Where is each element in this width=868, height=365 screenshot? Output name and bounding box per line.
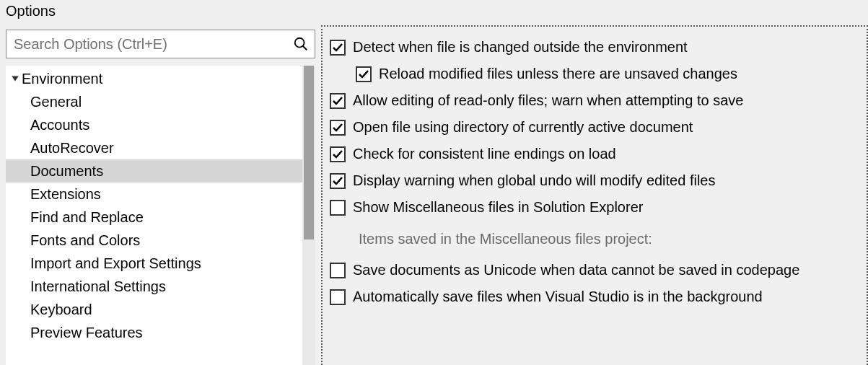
option-label: Automatically save files when Visual Stu… xyxy=(353,289,763,305)
checkbox[interactable] xyxy=(330,146,346,162)
tree-item-label: Keyboard xyxy=(30,302,92,318)
checkbox[interactable] xyxy=(356,66,372,82)
tree-wrap: Environment GeneralAccountsAutoRecoverDo… xyxy=(6,66,315,365)
search-input[interactable] xyxy=(14,36,293,53)
option-row: Automatically save files when Visual Stu… xyxy=(330,283,858,310)
misc-files-sublabel: Items saved in the Miscellaneous files p… xyxy=(330,221,858,257)
tree-item-label: Accounts xyxy=(30,117,89,133)
tree-category-label: Environment xyxy=(22,71,102,87)
svg-point-0 xyxy=(295,38,304,48)
tree-item-extensions[interactable]: Extensions xyxy=(6,182,302,206)
scrollbar-thumb[interactable] xyxy=(304,66,314,239)
option-row: Allow editing of read-only files; warn w… xyxy=(330,87,858,114)
tree-item-preview-features[interactable]: Preview Features xyxy=(6,321,302,344)
tree-item-label: International Settings xyxy=(30,278,166,295)
svg-line-1 xyxy=(303,46,307,50)
tree-item-general[interactable]: General xyxy=(6,90,302,113)
svg-marker-2 xyxy=(12,76,19,81)
checkbox[interactable] xyxy=(330,93,346,109)
checkbox[interactable] xyxy=(330,120,346,136)
settings-panel: Detect when file is changed outside the … xyxy=(321,25,868,365)
window-title: Options xyxy=(0,0,868,25)
option-label: Open file using directory of currently a… xyxy=(353,119,693,136)
tree-item-label: Documents xyxy=(30,163,103,180)
options-tree[interactable]: Environment GeneralAccountsAutoRecoverDo… xyxy=(6,66,302,365)
tree-item-documents[interactable]: Documents xyxy=(6,159,302,182)
checkbox[interactable] xyxy=(330,263,346,278)
option-row: Detect when file is changed outside the … xyxy=(330,34,858,61)
tree-item-autorecover[interactable]: AutoRecover xyxy=(6,136,302,159)
checkbox[interactable] xyxy=(330,289,346,305)
checkbox[interactable] xyxy=(330,173,346,189)
tree-item-import-and-export-settings[interactable]: Import and Export Settings xyxy=(6,252,302,275)
option-label: Reload modified files unless there are u… xyxy=(379,66,737,82)
tree-item-label: Preview Features xyxy=(30,325,143,341)
option-label: Check for consistent line endings on loa… xyxy=(353,146,616,162)
tree-category-environment[interactable]: Environment xyxy=(6,67,302,90)
tree-item-international-settings[interactable]: International Settings xyxy=(6,275,302,298)
option-label: Allow editing of read-only files; warn w… xyxy=(353,92,743,109)
options-window: Options Environment xyxy=(0,0,868,365)
option-label: Save documents as Unicode when data cann… xyxy=(353,262,799,278)
option-label: Detect when file is changed outside the … xyxy=(353,39,688,56)
option-label: Show Miscellaneous files in Solution Exp… xyxy=(353,199,643,216)
option-row: Save documents as Unicode when data cann… xyxy=(330,257,858,283)
checkbox[interactable] xyxy=(330,200,346,216)
search-box[interactable] xyxy=(6,30,315,58)
tree-item-accounts[interactable]: Accounts xyxy=(6,113,302,136)
tree-item-label: Find and Replace xyxy=(30,209,144,226)
option-row: Reload modified files unless there are u… xyxy=(330,61,858,87)
search-icon[interactable] xyxy=(293,36,309,52)
tree-item-label: Fonts and Colors xyxy=(30,232,140,249)
tree-item-label: General xyxy=(30,94,82,110)
tree-item-find-and-replace[interactable]: Find and Replace xyxy=(6,206,302,229)
option-row: Display warning when global undo will mo… xyxy=(330,167,858,194)
tree-item-label: Import and Export Settings xyxy=(30,255,201,272)
option-row: Check for consistent line endings on loa… xyxy=(330,141,858,167)
body: Environment GeneralAccountsAutoRecoverDo… xyxy=(0,25,868,365)
tree-item-keyboard[interactable]: Keyboard xyxy=(6,298,302,321)
left-pane: Environment GeneralAccountsAutoRecoverDo… xyxy=(0,25,321,365)
tree-scrollbar[interactable] xyxy=(302,66,315,365)
tree-item-label: Extensions xyxy=(30,186,101,203)
option-label: Display warning when global undo will mo… xyxy=(353,172,716,189)
option-row: Open file using directory of currently a… xyxy=(330,114,858,141)
caret-down-icon xyxy=(10,74,20,84)
tree-item-label: AutoRecover xyxy=(30,140,114,157)
checkbox[interactable] xyxy=(330,40,346,56)
tree-item-fonts-and-colors[interactable]: Fonts and Colors xyxy=(6,229,302,252)
option-row: Show Miscellaneous files in Solution Exp… xyxy=(330,194,858,221)
